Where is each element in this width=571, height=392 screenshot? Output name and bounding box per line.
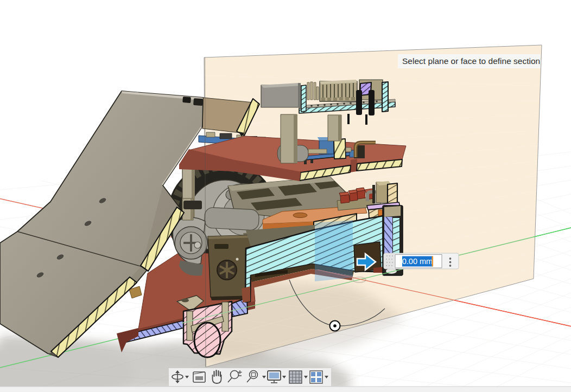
svg-text:Select plane or face to define: Select plane or face to define section (402, 56, 540, 66)
svg-text:0.00 mm: 0.00 mm (402, 257, 433, 266)
